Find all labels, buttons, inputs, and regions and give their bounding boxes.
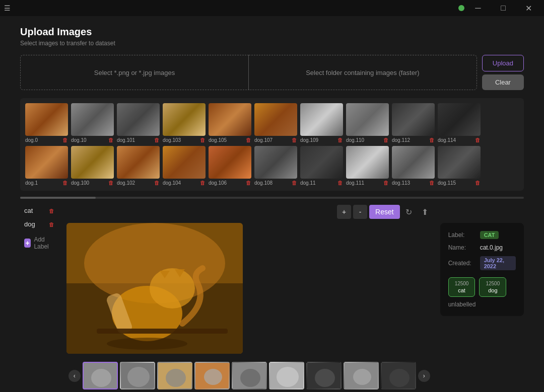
image-grid: dog.0🗑 dog.10🗑 dog.101🗑 dog.103🗑 dog.105… xyxy=(20,98,524,191)
name-key: Name: xyxy=(448,244,476,251)
delete-icon[interactable]: 🗑 xyxy=(337,137,343,143)
delete-icon[interactable]: 🗑 xyxy=(475,180,481,186)
list-item[interactable]: dog.108🗑 xyxy=(254,146,297,186)
label-buttons: 12500 cat 12500 dog unlabelled xyxy=(448,277,516,308)
delete-icon[interactable]: 🗑 xyxy=(429,180,435,186)
viewer-controls: + - Reset ↻ ⬆ xyxy=(337,205,432,219)
list-item[interactable]: dog.113🗑 xyxy=(392,146,435,186)
delete-icon[interactable]: 🗑 xyxy=(200,180,206,186)
strip-prev-button[interactable]: ‹ xyxy=(69,370,81,382)
strip-thumbs xyxy=(83,362,416,389)
list-item[interactable]: dog.0🗑 xyxy=(25,103,68,143)
list-item[interactable]: dog.103🗑 xyxy=(163,103,206,143)
svg-point-24 xyxy=(315,369,335,387)
delete-icon[interactable]: 🗑 xyxy=(475,137,481,143)
cat-label-button[interactable]: 12500 cat xyxy=(448,277,475,297)
list-item[interactable]: dog.10🗑 xyxy=(71,103,114,143)
titlebar: ☰ ─ □ ✕ xyxy=(0,0,544,16)
list-item[interactable]: dog.114🗑 xyxy=(438,103,481,143)
svg-point-14 xyxy=(127,367,150,387)
maximize-button[interactable]: □ xyxy=(492,0,515,16)
page-subtitle: Select images to transfer to dataset xyxy=(20,40,524,47)
upload-button[interactable]: Upload xyxy=(482,55,524,71)
name-value: cat.0.jpg xyxy=(480,244,503,251)
list-item[interactable]: dog.112🗑 xyxy=(392,103,435,143)
strip-next-button[interactable]: › xyxy=(418,370,430,382)
list-item[interactable]: dog.105🗑 xyxy=(209,103,251,143)
delete-icon[interactable]: 🗑 xyxy=(108,180,114,186)
delete-icon[interactable]: 🗑 xyxy=(154,137,160,143)
info-row-created: Created: July 22, 2022 xyxy=(448,256,516,270)
svg-point-26 xyxy=(353,369,371,385)
list-item[interactable]: dog.104🗑 xyxy=(163,146,206,186)
list-item[interactable]: dog.115🗑 xyxy=(438,146,481,186)
strip-thumb[interactable] xyxy=(232,362,267,389)
label-badge: CAT xyxy=(480,231,499,239)
strip-thumb[interactable] xyxy=(381,362,416,389)
labels-panel: cat 🗑 dog 🗑 + Add Label xyxy=(20,205,58,392)
list-item[interactable]: dog.101🗑 xyxy=(117,103,160,143)
strip-thumb[interactable] xyxy=(344,362,379,389)
delete-icon[interactable]: 🗑 xyxy=(200,137,206,143)
label-dog-text: dog xyxy=(24,220,35,228)
delete-icon[interactable]: 🗑 xyxy=(292,137,297,143)
label-dog-delete[interactable]: 🗑 xyxy=(49,221,54,227)
menu-icon[interactable]: ☰ xyxy=(4,4,11,12)
close-button[interactable]: ✕ xyxy=(517,0,540,16)
add-label-button[interactable]: + Add Label xyxy=(20,234,58,252)
strip-thumb[interactable] xyxy=(269,362,304,389)
list-item[interactable]: dog.1🗑 xyxy=(25,146,68,186)
page-title: Upload Images xyxy=(20,26,524,38)
strip-thumb[interactable] xyxy=(120,362,155,389)
delete-icon[interactable]: 🗑 xyxy=(246,137,251,143)
strip-thumb[interactable] xyxy=(306,362,342,389)
delete-icon[interactable]: 🗑 xyxy=(246,180,251,186)
delete-icon[interactable]: 🗑 xyxy=(62,180,68,186)
list-item[interactable]: dog.100🗑 xyxy=(71,146,114,186)
info-panel: Label: CAT Name: cat.0.jpg Created: July… xyxy=(440,223,524,392)
strip-thumb[interactable] xyxy=(194,362,230,389)
label-cat-text: cat xyxy=(24,207,33,214)
zoom-out-button[interactable]: - xyxy=(353,205,367,219)
svg-point-20 xyxy=(240,369,260,387)
refresh-icon[interactable]: ↻ xyxy=(402,205,416,219)
created-value: July 22, 2022 xyxy=(480,256,516,270)
list-item[interactable]: dog.11🗑 xyxy=(300,146,343,186)
upload-zone-folder[interactable]: Select folder containing images (faster) xyxy=(249,55,477,90)
svg-rect-10 xyxy=(66,223,243,354)
upload-area: Select *.png or *.jpg images Select fold… xyxy=(20,55,524,90)
delete-icon[interactable]: 🗑 xyxy=(154,180,160,186)
list-item[interactable]: dog.111🗑 xyxy=(346,146,389,186)
add-icon: + xyxy=(24,239,31,248)
strip-thumb[interactable] xyxy=(83,362,118,389)
clear-button[interactable]: Clear xyxy=(482,74,524,90)
delete-icon[interactable]: 🗑 xyxy=(108,137,114,143)
delete-icon[interactable]: 🗑 xyxy=(292,180,297,186)
list-item[interactable]: dog.107🗑 xyxy=(254,103,297,143)
delete-icon[interactable]: 🗑 xyxy=(337,180,343,186)
image-viewer: + - Reset ↻ ⬆ xyxy=(66,205,432,392)
list-item[interactable]: dog.106🗑 xyxy=(209,146,251,186)
list-item[interactable]: dog.109🗑 xyxy=(300,103,343,143)
svg-point-22 xyxy=(277,367,299,387)
list-item[interactable]: dog.110🗑 xyxy=(346,103,389,143)
label-cat-delete[interactable]: 🗑 xyxy=(49,208,54,214)
upload-zone-files[interactable]: Select *.png or *.jpg images xyxy=(20,55,248,90)
dog-label-button[interactable]: 12500 dog xyxy=(479,277,506,297)
label-item-dog[interactable]: dog 🗑 xyxy=(20,218,58,230)
delete-icon[interactable]: 🗑 xyxy=(383,137,389,143)
share-icon[interactable]: ⬆ xyxy=(418,205,432,219)
strip-thumb[interactable] xyxy=(157,362,192,389)
label-item-cat[interactable]: cat 🗑 xyxy=(20,205,58,216)
scroll-thumb[interactable] xyxy=(20,197,96,199)
delete-icon[interactable]: 🗑 xyxy=(383,180,389,186)
list-item[interactable]: dog.102🗑 xyxy=(117,146,160,186)
delete-icon[interactable]: 🗑 xyxy=(429,137,435,143)
upload-buttons: Upload Clear xyxy=(482,55,524,90)
titlebar-left: ☰ xyxy=(4,4,11,12)
zoom-in-button[interactable]: + xyxy=(337,205,351,219)
svg-point-12 xyxy=(91,369,111,387)
minimize-button[interactable]: ─ xyxy=(466,0,490,16)
reset-button[interactable]: Reset xyxy=(369,205,400,219)
delete-icon[interactable]: 🗑 xyxy=(62,137,68,143)
